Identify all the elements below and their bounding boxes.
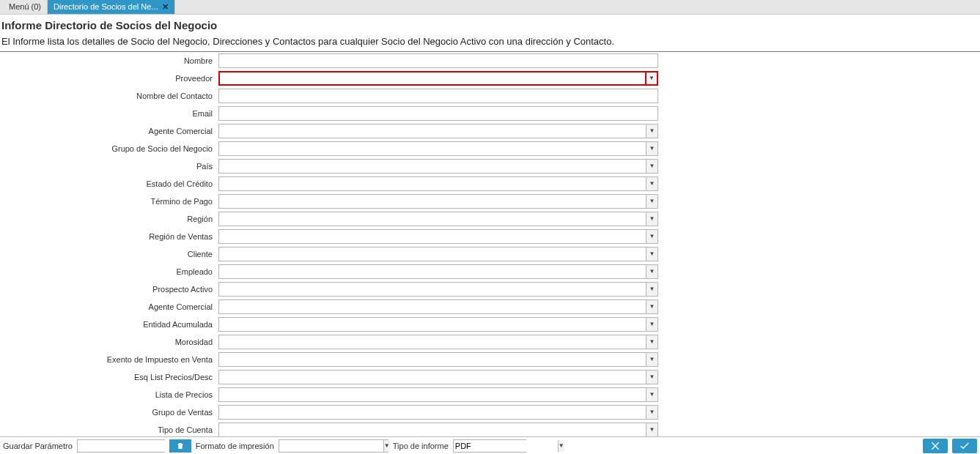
footer-bar: Guardar Parámetro ▼ Formato de impresión… [0,436,980,454]
chevron-down-icon[interactable]: ▼ [646,318,657,331]
chevron-down-icon[interactable]: ▼ [646,265,657,278]
combo-input[interactable]: ▼ [218,335,658,349]
combo-text[interactable] [219,423,646,436]
combo-text[interactable] [219,248,646,261]
ok-button[interactable] [952,439,977,453]
chevron-down-icon[interactable]: ▼ [646,371,657,384]
field-label: Email [0,109,218,118]
combo-input[interactable]: ▼ [218,405,658,420]
report-type-input[interactable] [454,440,558,452]
tab-bar: Menú (0) Directorio de Socios del Ne... … [0,0,980,15]
combo-input[interactable]: ▼ [218,176,658,191]
chevron-down-icon[interactable]: ▼ [646,230,657,243]
combo-text[interactable] [219,124,646,138]
chevron-down-icon[interactable]: ▼ [646,300,657,313]
combo-input[interactable]: ▼ [218,141,658,156]
combo-text[interactable] [219,142,646,155]
chevron-down-icon[interactable]: ▼ [646,283,657,296]
combo-text[interactable] [219,283,646,296]
combo-text[interactable] [219,388,646,401]
combo-input[interactable]: ▼ [218,212,658,226]
chevron-down-icon[interactable]: ▼ [646,195,657,208]
field-label: Prospecto Activo [0,285,218,294]
combo-input[interactable]: ▼ [218,317,658,332]
form-row: Empleado▼ [0,263,980,280]
combo-text[interactable] [219,177,646,190]
combo-text[interactable] [219,371,646,384]
text-input[interactable] [218,53,658,68]
chevron-down-icon[interactable]: ▼ [646,160,657,173]
combo-input[interactable]: ▼ [218,299,658,314]
combo-input[interactable]: ▼ [218,370,658,384]
combo-text[interactable] [220,72,645,84]
save-parameter-input[interactable] [78,440,182,452]
combo-input[interactable]: ▼ [218,282,658,297]
field-label: Nombre del Contacto [0,92,218,100]
form-row: Nombre del Contacto [0,87,980,105]
chevron-down-icon[interactable]: ▼ [646,388,657,401]
combo-input[interactable]: ▼ [218,387,658,402]
field-label: Esq List Precios/Desc [0,373,218,382]
combo-input[interactable]: ▼ [218,352,658,367]
combo-input[interactable]: ▼ [218,423,658,436]
combo-text[interactable] [219,265,646,278]
chevron-down-icon[interactable]: ▼ [646,124,657,138]
combo-text[interactable] [219,300,646,313]
form-row: Esq List Precios/Desc▼ [0,368,980,386]
combo-text[interactable] [219,230,646,243]
field-label: Entidad Acumulada [0,320,218,329]
chevron-down-icon[interactable]: ▼ [383,440,390,452]
tab-menu-label: Menú (0) [9,2,41,11]
field-label: Morosidad [0,338,218,346]
close-icon[interactable]: ✕ [162,2,169,12]
combo-text[interactable] [219,195,646,208]
text-input[interactable] [218,106,658,121]
field-label: Empleado [0,267,218,276]
form-row: Lista de Precios▼ [0,386,980,403]
combo-text[interactable] [219,335,646,349]
combo-input[interactable]: ▼ [218,229,658,244]
combo-text[interactable] [219,353,646,366]
chevron-down-icon[interactable]: ▼ [646,177,657,190]
text-input[interactable] [218,89,658,103]
combo-input[interactable]: ▼ [218,264,658,279]
tab-menu[interactable]: Menú (0) [3,0,48,14]
field-label: País [0,162,218,171]
chevron-down-icon[interactable]: ▼ [646,212,657,226]
chevron-down-icon[interactable]: ▼ [646,406,657,419]
chevron-down-icon[interactable]: ▼ [646,353,657,366]
check-icon [959,440,970,452]
cancel-button[interactable] [923,439,948,453]
form-row: Agente Comercial▼ [0,298,980,316]
tab-directorio-label: Directorio de Socios del Ne... [54,2,158,11]
combo-text[interactable] [219,318,646,331]
print-format-combo[interactable]: ▼ [279,439,388,453]
combo-text[interactable] [219,212,646,226]
combo-input[interactable]: ▼ [218,159,658,174]
print-format-input[interactable] [279,440,383,452]
delete-parameter-button[interactable] [169,439,191,453]
form-row: País▼ [0,157,980,175]
combo-input[interactable]: ▼ [218,194,658,209]
field-label: Agente Comercial [0,302,218,311]
form-row: Cliente▼ [0,245,980,263]
chevron-down-icon[interactable]: ▼ [646,142,657,155]
combo-input[interactable]: ▼ [218,124,658,138]
save-parameter-combo[interactable]: ▼ [77,439,165,453]
combo-text[interactable] [219,160,646,173]
report-type-combo[interactable]: ▼ [453,439,526,453]
tab-directorio[interactable]: Directorio de Socios del Ne... ✕ [48,0,175,14]
field-label: Nombre [0,56,218,65]
chevron-down-icon[interactable]: ▼ [646,248,657,261]
form-row: Término de Pago▼ [0,193,980,210]
form-scroll-area[interactable]: NombreProveedor▼Nombre del ContactoEmail… [0,52,980,436]
chevron-down-icon[interactable]: ▼ [646,335,657,349]
combo-input[interactable]: ▼ [218,247,658,261]
combo-input[interactable]: ▼ [218,71,658,86]
chevron-down-icon[interactable]: ▼ [646,423,657,436]
form-row: Estado del Crédito▼ [0,175,980,193]
report-type-label: Tipo de informe [393,442,449,450]
combo-text[interactable] [219,406,646,419]
chevron-down-icon[interactable]: ▼ [558,440,564,452]
chevron-down-icon[interactable]: ▼ [645,72,657,84]
